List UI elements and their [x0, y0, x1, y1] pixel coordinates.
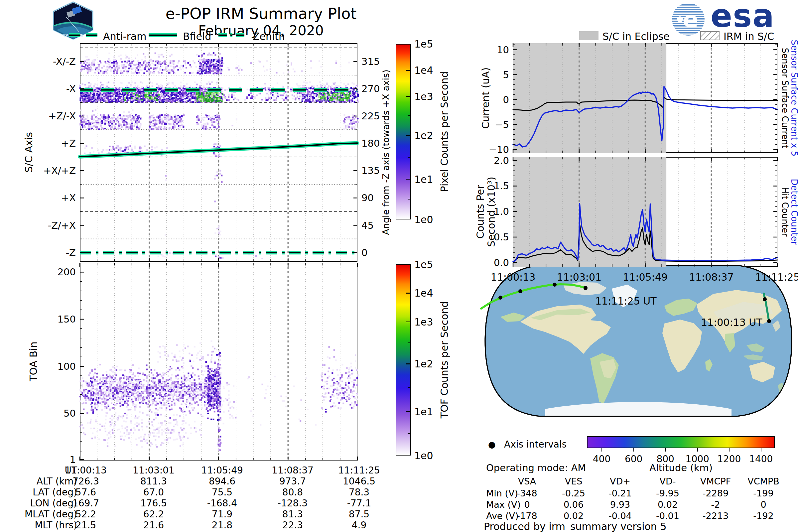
- time-tick-label: 11:11:25: [755, 271, 798, 283]
- detect-counter-label: Detect Counter: [790, 179, 798, 245]
- time-tick-label: 11:03:01: [557, 271, 602, 283]
- toa-ylabel: TOA Bin: [27, 341, 39, 381]
- altitude-tick-label: 600: [625, 454, 642, 464]
- sc-axis-row-label: -Z/+X: [48, 220, 76, 231]
- colorbar-tick-label: 1e3: [414, 316, 433, 327]
- colorbar-tick-label: 1e1: [414, 406, 433, 417]
- ephemeris-cell: 81.3: [282, 509, 303, 520]
- ephemeris-row-label: MLAT (deg): [25, 509, 77, 520]
- voltage-cell: -9.95: [656, 488, 679, 498]
- ephemeris-cell: 11:03:01: [133, 465, 174, 476]
- altitude-tick: [665, 448, 666, 452]
- ephemeris-cell: 176.5: [140, 498, 167, 509]
- ephemeris-cell: 726.3: [73, 476, 99, 487]
- voltage-cell: -0.25: [562, 488, 585, 498]
- spectrogram-plot-area: [80, 43, 358, 262]
- voltage-row-label: Max (V): [486, 499, 521, 510]
- colorbar-tick: [406, 322, 411, 323]
- colorbar-minor-tick: [407, 342, 411, 343]
- ephemeris-row-label: LON (deg): [30, 498, 77, 509]
- y-tick-label: 0: [503, 94, 509, 106]
- colorbar-minor-tick: [407, 199, 411, 200]
- voltage-cell: -0.21: [608, 488, 632, 498]
- voltage-column-header: VD+: [610, 476, 630, 487]
- voltage-cell: -2: [711, 499, 720, 510]
- ephemeris-cell: 22.3: [282, 520, 303, 531]
- colorbar-tick-label: 1e4: [414, 64, 433, 76]
- time-tick-label: 11:08:37: [689, 271, 734, 283]
- colorbar-tick-label: 1e5: [414, 38, 433, 50]
- angle-tick-label: 315: [361, 56, 380, 67]
- toa-tick-label: 50: [63, 407, 76, 419]
- ephemeris-cell: 87.5: [349, 509, 369, 520]
- world-map[interactable]: [480, 262, 796, 420]
- time-tick-label: 11:05:49: [623, 271, 668, 283]
- esa-wordmark: esa: [710, 0, 775, 35]
- time-tick-label: 11:00:13: [491, 271, 536, 283]
- colorbar-tick-label: 1e5: [414, 259, 433, 270]
- ephemeris-cell: 57.6: [75, 487, 96, 498]
- antiram-line-icon: [68, 31, 98, 40]
- ephemeris-cell: -77.1: [347, 498, 371, 509]
- voltage-cell: -348: [517, 488, 537, 498]
- ephemeris-row-label: ALT (km): [37, 476, 77, 487]
- colorbar-tick-label: 1e4: [414, 287, 433, 299]
- angle-tick-label: 180: [361, 138, 380, 149]
- angle-tick-label: 135: [361, 165, 380, 176]
- voltage-cell: -178: [517, 511, 537, 521]
- voltage-cell: 0.02: [564, 511, 584, 521]
- axis-intervals-label: Axis intervals: [504, 439, 567, 450]
- altitude-tick: [633, 448, 634, 452]
- counts-ylabel-line1: Counts Per: [474, 185, 486, 239]
- colorbar-tick: [406, 179, 411, 180]
- colorbar-tick-label: 1e2: [414, 129, 433, 141]
- ephemeris-cell: 80.8: [282, 487, 303, 498]
- altitude-tick: [761, 448, 762, 452]
- angle-tick-label: 225: [361, 110, 380, 122]
- spectrogram-ylabel: S/C Axis: [23, 132, 35, 173]
- colorbar-tick: [406, 292, 411, 293]
- angle-tick-label: 45: [361, 220, 374, 231]
- ephemeris-cell: 21.5: [75, 520, 96, 531]
- ephemeris-cell: 52.2: [75, 509, 96, 520]
- colorbar-tick: [406, 135, 411, 136]
- angle-tick-label: 90: [361, 192, 374, 204]
- counts-plot-area: [513, 157, 777, 267]
- colorbar-tick-label: 1e1: [414, 173, 433, 185]
- altitude-tick: [602, 448, 603, 452]
- eclipse-legend-label: S/C in Eclipse: [603, 31, 670, 42]
- current-plot-area: [513, 43, 777, 153]
- voltage-row-label: Ave (V): [486, 511, 519, 521]
- toa-tick-label: 150: [58, 314, 76, 325]
- sc-axis-row-label: -Z: [66, 247, 76, 258]
- y-tick-label: −10: [489, 144, 509, 155]
- ephemeris-cell: 811.3: [140, 476, 167, 487]
- voltage-cell: 0: [524, 499, 530, 510]
- map-end-time-label: 11:11:25 UT: [595, 295, 657, 307]
- svg-text:e: e: [683, 6, 698, 33]
- colorbar-minor-tick: [407, 157, 411, 158]
- voltage-cell: -192: [753, 511, 773, 521]
- sc-axis-row-label: +X/+Z: [43, 165, 76, 176]
- eclipse-swatch-icon: [579, 31, 598, 40]
- voltage-column-header: VCMPB: [747, 476, 779, 487]
- ephemeris-row-label: LAT (deg): [33, 487, 77, 498]
- y-tick-label: 1.0: [494, 206, 509, 217]
- colorbar-tick-label: 1e2: [414, 358, 433, 370]
- sc-axis-row-label: +Z: [61, 138, 76, 149]
- ephemeris-cell: 894.6: [209, 476, 235, 487]
- altitude-tick-label: 1200: [717, 454, 741, 464]
- altitude-tick: [729, 448, 730, 452]
- ephemeris-cell: 973.7: [279, 476, 306, 487]
- hit-counter-label: Hit Counter: [780, 187, 790, 236]
- sc-axis-row-label: +Z/-X: [48, 110, 76, 122]
- voltage-cell: -2213: [703, 511, 728, 521]
- colorbar-tick-label: 1e3: [414, 91, 433, 102]
- ephemeris-cell: 67.0: [143, 487, 164, 498]
- axis-intervals-dot-icon: ●: [488, 440, 496, 450]
- ephemeris-cell: -128.3: [278, 498, 307, 509]
- map-start-time-label: 11:00:13 UT: [701, 317, 762, 328]
- colorbar-minor-tick: [407, 387, 411, 388]
- sc-axis-row-label: -X/-Z: [53, 56, 76, 67]
- colorbar-tick-label: 1e0: [414, 450, 433, 461]
